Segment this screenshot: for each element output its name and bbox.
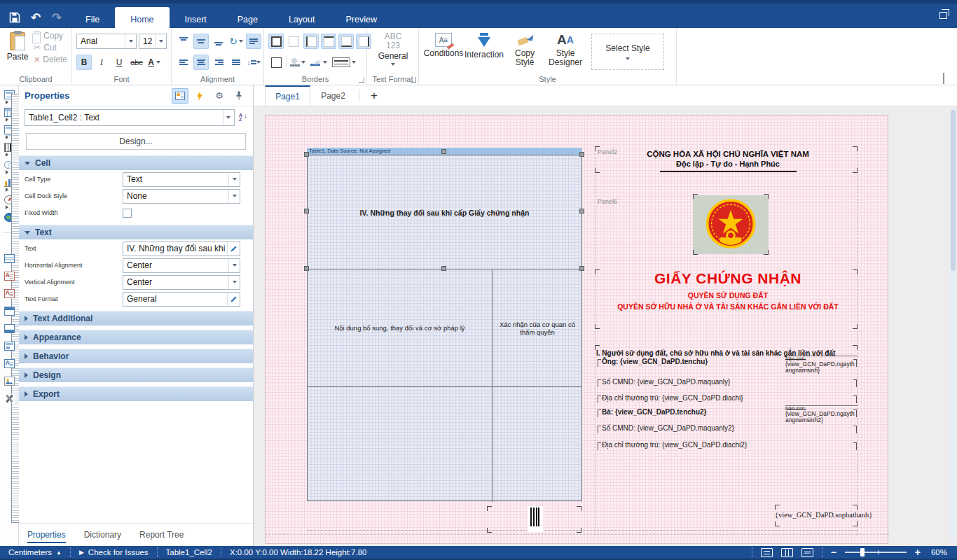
border-all-button[interactable]: [268, 34, 284, 49]
section-export[interactable]: Export: [19, 386, 253, 401]
cell-type-combobox[interactable]: Text: [123, 172, 240, 187]
vertical-scrollbar[interactable]: [950, 108, 956, 542]
italic-button[interactable]: I: [94, 55, 109, 70]
align-bottom-button[interactable]: [211, 34, 226, 49]
border-style-button[interactable]: [331, 55, 357, 70]
fixed-width-checkbox[interactable]: [123, 209, 132, 218]
field-id-number[interactable]: Số CMND: {view_GCN_DaPD.maquanly}: [598, 378, 857, 388]
copy-button[interactable]: Copy: [34, 31, 67, 41]
align-right-button[interactable]: [211, 55, 226, 70]
conditions-button[interactable]: A≡Conditions: [423, 31, 464, 70]
restore-window-icon[interactable]: [939, 12, 947, 19]
tab-dictionary[interactable]: Dictionary: [84, 524, 121, 546]
zoom-slider-thumb[interactable]: [860, 548, 865, 556]
certificate-subtitle-2[interactable]: QUYỀN SỞ HỮU NHÀ Ở VÀ TÀI SẢN KHÁC GẮN L…: [602, 302, 854, 311]
text-value-editor[interactable]: IV. Những thay đổi sau khi cấ: [123, 241, 240, 256]
table-component[interactable]: IV. Những thay đổi sau khi cấp Giấy chứn…: [307, 155, 582, 501]
section-behavior[interactable]: Behavior: [19, 349, 253, 363]
style-designer-button[interactable]: AAStyle Designer: [545, 31, 586, 70]
borders-dialog-launcher[interactable]: [359, 77, 364, 83]
collapse-ribbon-button[interactable]: [943, 74, 951, 80]
undo-button[interactable]: ↶: [27, 9, 45, 26]
selection-handle[interactable]: [304, 266, 309, 271]
object-selector-combobox[interactable]: Table1_Cell2 : Text: [25, 109, 235, 126]
underline-button[interactable]: U: [111, 55, 127, 70]
field-birth-year-2[interactable]: Năm sinh: {view_GCN_DaPD.ngaythangnamsin…: [785, 405, 858, 425]
section-text-additional[interactable]: Text Additional: [19, 311, 253, 326]
delete-button[interactable]: ✕Delete: [34, 55, 67, 64]
select-style-dropdown[interactable]: Select Style: [591, 34, 664, 70]
show-properties-button[interactable]: [172, 88, 188, 104]
field-serial-number[interactable]: {view_GCN_DaPD.sophathanh}: [775, 506, 858, 524]
redo-button[interactable]: ↷: [48, 9, 66, 26]
table-cell-1[interactable]: IV. Những thay đổi sau khi cấp Giấy chứn…: [308, 155, 581, 270]
selection-handle[interactable]: [579, 152, 584, 157]
panel6-label[interactable]: Panel6: [598, 198, 617, 205]
save-button[interactable]: [6, 9, 24, 26]
text-format-editor[interactable]: General: [123, 292, 240, 307]
section-appearance[interactable]: Appearance: [19, 330, 253, 344]
field-birth-year-1[interactable]: Năm sinh: {view_GCN_DaPD.ngaythangnamsin…: [785, 356, 858, 375]
interaction-button[interactable]: Interaction: [464, 31, 504, 70]
cell-dock-combobox[interactable]: None: [123, 189, 240, 204]
zoom-out-button[interactable]: −: [831, 547, 836, 558]
text-format-dialog-launcher[interactable]: [411, 77, 416, 83]
line-spacing-button[interactable]: ↕: [246, 55, 261, 70]
border-top-button[interactable]: [321, 34, 336, 49]
selected-component-name[interactable]: Table1_Cell2: [158, 546, 221, 559]
tab-page2[interactable]: Page2: [310, 85, 356, 106]
barcode-component[interactable]: [528, 506, 543, 532]
selection-handle[interactable]: [441, 149, 446, 154]
design-button[interactable]: Design...: [26, 133, 246, 150]
tab-report-tree[interactable]: Report Tree: [139, 524, 184, 546]
national-emblem-image[interactable]: [693, 195, 769, 254]
zoom-in-button[interactable]: +: [915, 547, 921, 558]
workspace[interactable]: Table1; Data Source: Not Assigned IV. Nh…: [254, 106, 957, 546]
table-cell-3[interactable]: Xác nhận của cơ quan có thẩm quyền: [494, 270, 581, 386]
halign-combobox[interactable]: Center: [123, 258, 240, 273]
text-options-button[interactable]: [246, 34, 261, 49]
selection-handle[interactable]: [304, 152, 309, 157]
national-motto-line2[interactable]: Độc lập - Tự do - Hạnh Phúc: [602, 160, 854, 168]
fit-page-width-button[interactable]: [761, 548, 773, 557]
section-design[interactable]: Design: [19, 368, 253, 382]
align-center-button[interactable]: [193, 55, 209, 70]
units-selector[interactable]: Centimeters▲: [0, 546, 70, 559]
fit-page-height-button[interactable]: [781, 548, 793, 557]
border-outside-button[interactable]: [268, 55, 284, 70]
add-page-button[interactable]: +: [362, 85, 386, 106]
selection-handle[interactable]: [579, 209, 584, 214]
border-bottom-button[interactable]: [338, 34, 354, 49]
border-none-button[interactable]: [286, 34, 301, 49]
check-for-issues-button[interactable]: ▶Check for Issues: [71, 546, 157, 559]
strikethrough-button[interactable]: abc: [129, 55, 144, 70]
field-address[interactable]: Địa chỉ thường trú: {view_GCN_DaPD.diach…: [598, 394, 857, 404]
report-page[interactable]: Table1; Data Source: Not Assigned IV. Nh…: [265, 115, 888, 544]
certificate-subtitle-1[interactable]: QUYỀN SỬ DỤNG ĐẤT: [602, 291, 854, 300]
selection-handle[interactable]: [579, 266, 584, 271]
text-rotation-button[interactable]: ↻: [228, 34, 244, 49]
font-color-button[interactable]: A: [146, 55, 162, 70]
copy-style-button[interactable]: Copy Style: [504, 31, 545, 70]
text-edit-button[interactable]: [227, 242, 240, 255]
text-format-button[interactable]: ABC 123 General: [371, 32, 415, 66]
bold-button[interactable]: B: [76, 55, 92, 70]
show-events-button[interactable]: [191, 88, 208, 104]
pin-panel-button[interactable]: [230, 88, 247, 104]
selection-handle[interactable]: [441, 266, 446, 271]
section-cell[interactable]: Cell: [19, 155, 253, 170]
zoom-slider[interactable]: [845, 552, 907, 553]
border-color-button[interactable]: [309, 55, 329, 70]
zoom-percentage[interactable]: 60%: [929, 548, 957, 556]
field-id-number-2[interactable]: Số CMND: {view_GCN_DaPD.maquanly2}: [598, 424, 857, 434]
scrollbar-thumb[interactable]: [951, 110, 956, 271]
tab-page1[interactable]: Page1: [265, 85, 310, 106]
paste-button[interactable]: Paste: [4, 32, 31, 64]
panel-settings-button[interactable]: ⚙: [211, 88, 228, 104]
zoom-100-button[interactable]: 100: [801, 548, 813, 557]
certificate-title[interactable]: GIẤY CHỨNG NHẬN: [602, 270, 854, 287]
fill-color-button[interactable]: [289, 55, 307, 70]
align-top-button[interactable]: [176, 34, 191, 49]
valign-combobox[interactable]: Center: [123, 275, 240, 290]
cut-button[interactable]: ✂Cut: [34, 43, 67, 52]
